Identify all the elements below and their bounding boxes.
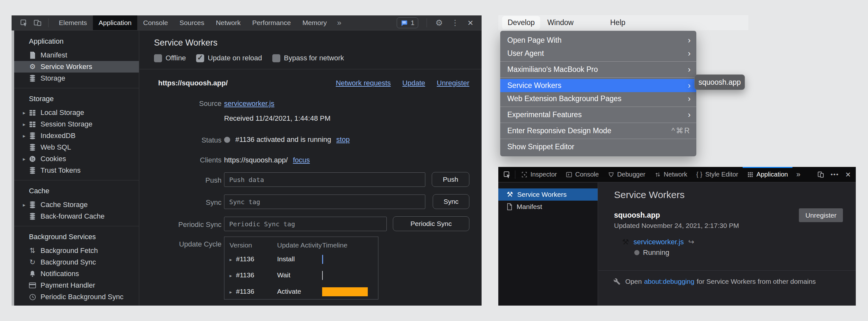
menubar-item-help[interactable]: Help: [610, 18, 625, 27]
sidebar-item-service-workers[interactable]: ⚙ Service Workers: [14, 61, 139, 73]
menu-item-user-agent[interactable]: User Agent ›: [500, 47, 696, 60]
tab-console[interactable]: Console: [561, 167, 603, 182]
network-requests-link[interactable]: Network requests: [336, 79, 391, 87]
update-cycle-table: Version Update Activity Timeline ▸ #1136…: [224, 237, 378, 299]
disclosure-icon[interactable]: ▸: [229, 257, 232, 262]
sidebar-item-manifest[interactable]: Manifest: [498, 201, 598, 213]
sidebar-item-service-workers[interactable]: ⚒ Service Workers: [498, 188, 598, 201]
jump-to-source-icon[interactable]: ↪: [688, 238, 694, 246]
menu-item-macbook-pro[interactable]: Maximiliano's MacBook Pro ›: [500, 63, 696, 76]
more-tabs-icon[interactable]: »: [793, 170, 804, 179]
sidebar-item-back-forward-cache[interactable]: Back-forward Cache: [14, 211, 139, 222]
periodic-sync-button[interactable]: Periodic Sync: [393, 216, 469, 231]
tab-network[interactable]: Network: [650, 167, 692, 182]
unregister-button[interactable]: Unregister: [799, 208, 843, 222]
sidebar-item-storage[interactable]: Storage: [14, 73, 139, 84]
push-button[interactable]: Push: [432, 172, 469, 187]
push-data-input[interactable]: [224, 172, 425, 187]
sidebar-item-trust-tokens[interactable]: Trust Tokens: [14, 165, 139, 176]
crossed-hammers-icon: ⚒: [507, 191, 513, 198]
pick-element-icon[interactable]: [498, 171, 515, 178]
periodic-sync-tag-input[interactable]: [224, 217, 387, 231]
disclosure-icon[interactable]: ▸: [21, 202, 27, 208]
checkbox-icon[interactable]: [154, 54, 162, 62]
chrome-left-scrollbar[interactable]: [11, 31, 14, 306]
responsive-design-icon[interactable]: [817, 171, 824, 178]
close-icon[interactable]: ×: [845, 170, 850, 179]
sidebar-item-periodic-background-sync[interactable]: Periodic Background Sync: [14, 291, 139, 303]
database-icon: [28, 213, 37, 220]
tab-application[interactable]: Application: [93, 15, 137, 30]
menu-item-open-page-with[interactable]: Open Page With ›: [500, 34, 696, 47]
disclosure-icon[interactable]: ▸: [21, 133, 27, 139]
about-debugging-link[interactable]: about:debugging: [644, 278, 694, 285]
checkbox-checked-icon[interactable]: [196, 54, 204, 62]
menu-item-show-snippet-editor[interactable]: Show Snippet Editor: [500, 140, 696, 153]
tab-performance[interactable]: Performance: [246, 15, 297, 30]
tab-network[interactable]: Network: [210, 15, 246, 30]
tab-debugger[interactable]: Debugger: [603, 167, 650, 182]
toolbar-divider: [48, 18, 49, 27]
sidebar-item-background-sync[interactable]: ↻ Background Sync: [14, 256, 139, 268]
sidebar-item-web-sql[interactable]: Web SQL: [14, 142, 139, 153]
disclosure-icon[interactable]: ▸: [229, 273, 232, 279]
inspect-element-icon[interactable]: [20, 19, 28, 27]
menubar-item-window[interactable]: Window: [547, 18, 574, 27]
menubar-item-develop[interactable]: Develop: [502, 16, 540, 29]
periodic-sync-label: Periodic Sync: [140, 220, 221, 229]
chat-bubble-icon: [401, 20, 408, 26]
tab-application[interactable]: Application: [743, 167, 793, 182]
bypass-for-network-checkbox[interactable]: Bypass for network: [272, 54, 344, 62]
sidebar-item-manifest[interactable]: Manifest: [14, 49, 139, 61]
offline-checkbox[interactable]: Offline: [154, 54, 186, 62]
meatball-menu-icon[interactable]: •••: [831, 171, 839, 178]
issues-count: 1: [410, 19, 414, 27]
update-link[interactable]: Update: [403, 79, 425, 87]
sidebar-item-cache-storage[interactable]: ▸ Cache Storage: [14, 199, 139, 211]
update-on-reload-checkbox[interactable]: Update on reload: [196, 54, 262, 62]
sidebar-item-local-storage[interactable]: ▸ Local Storage: [14, 107, 139, 118]
sync-tag-input[interactable]: [224, 194, 425, 209]
source-file-link[interactable]: serviceworker.js: [224, 100, 274, 108]
sidebar-item-session-storage[interactable]: ▸ Session Storage: [14, 118, 139, 130]
more-tabs-icon[interactable]: »: [333, 18, 346, 27]
service-workers-submenu-item[interactable]: squoosh.app: [694, 74, 745, 90]
tab-elements[interactable]: Elements: [53, 15, 93, 30]
tab-inspector[interactable]: Inspector: [517, 167, 561, 182]
status-value: #1136 activated and is running stop: [224, 136, 350, 144]
sidebar-item-background-fetch[interactable]: ⇅ Background Fetch: [14, 245, 139, 256]
stop-link[interactable]: stop: [336, 136, 350, 144]
sidebar-item-indexeddb[interactable]: ▸ IndexedDB: [14, 130, 139, 142]
console-icon: [566, 171, 572, 178]
issues-badge[interactable]: 1: [397, 17, 418, 28]
disclosure-icon[interactable]: ▸: [21, 156, 27, 162]
bell-icon: [28, 270, 37, 277]
tab-sources[interactable]: Sources: [174, 15, 210, 30]
sidebar-item-cookies[interactable]: ▸ Cookies: [14, 153, 139, 165]
device-toolbar-icon[interactable]: [33, 19, 42, 27]
tab-console[interactable]: Console: [137, 15, 174, 30]
menu-item-enter-responsive-design-mode[interactable]: Enter Responsive Design Mode ^⌘R: [500, 124, 696, 137]
sidebar-section-application: Application Manifest ⚙ Service Workers S…: [14, 31, 139, 88]
menu-item-web-extension-background-pages[interactable]: Web Extension Background Pages ›: [500, 92, 696, 105]
checkbox-icon[interactable]: [272, 54, 280, 62]
kebab-menu-icon[interactable]: ⋮: [451, 18, 459, 27]
tab-style-editor[interactable]: { } Style Editor: [692, 167, 743, 182]
develop-menu-dropdown: Open Page With › User Agent › Maximilian…: [500, 31, 696, 156]
disclosure-icon[interactable]: ▸: [229, 289, 232, 295]
source-value: serviceworker.js: [224, 100, 274, 108]
worker-file-link[interactable]: serviceworker.js: [633, 238, 684, 246]
disclosure-icon[interactable]: ▸: [21, 121, 27, 128]
close-icon[interactable]: ×: [467, 18, 473, 28]
menu-item-service-workers[interactable]: Service Workers ›: [500, 79, 696, 92]
sync-button[interactable]: Sync: [433, 194, 469, 209]
menu-item-experimental-features[interactable]: Experimental Features ›: [500, 108, 696, 121]
tab-memory[interactable]: Memory: [297, 15, 333, 30]
sidebar-item-payment-handler[interactable]: Payment Handler: [14, 280, 139, 291]
settings-gear-icon[interactable]: ⚙: [435, 18, 443, 28]
submenu-chevron-icon: ›: [688, 36, 690, 45]
disclosure-icon[interactable]: ▸: [21, 110, 27, 116]
sidebar-item-notifications[interactable]: Notifications: [14, 268, 139, 280]
unregister-link[interactable]: Unregister: [437, 79, 469, 87]
focus-link[interactable]: focus: [293, 156, 310, 164]
